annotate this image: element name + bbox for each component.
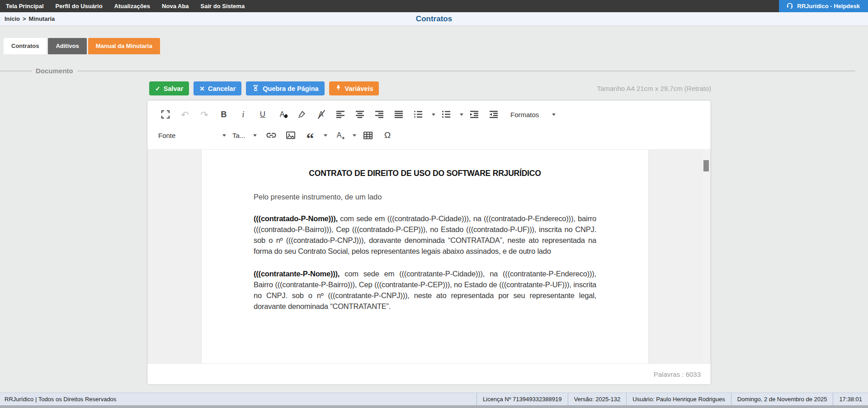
formats-dropdown[interactable]: Formatos (510, 111, 556, 119)
top-navbar: Tela Principal Perfil do Usuário Atualiz… (0, 0, 868, 12)
check-icon: ✓ (155, 85, 160, 92)
fullscreen-icon[interactable] (158, 107, 173, 122)
align-center-icon[interactable] (353, 107, 367, 122)
editor-actions-row: ✓ Salvar ✕ Cancelar Quebra de Página Var… (147, 81, 711, 95)
document-page[interactable]: CONTRATO DE DIREITO DE USO DO SOFTWARE R… (201, 150, 649, 363)
footer-user: Usuário: Paulo Henrique Rodrigues (626, 393, 731, 405)
font-size-dropdown[interactable]: Ta... (232, 132, 257, 139)
numbered-list-icon[interactable] (411, 107, 425, 122)
nav-item-atualizacoes[interactable]: Atualizações (108, 0, 156, 12)
formats-caret-icon (552, 114, 556, 118)
align-left-icon[interactable] (333, 107, 348, 122)
align-justify-icon[interactable] (392, 107, 406, 122)
font-size-caret-icon (253, 134, 257, 138)
breadcrumb-home[interactable]: Início (5, 15, 20, 22)
legend-line (77, 71, 856, 71)
blockquote-caret-icon[interactable] (324, 134, 327, 138)
headset-icon (786, 2, 793, 10)
contract-paragraph-contratado[interactable]: (((contratado-P-Nome))), com sede em (((… (254, 213, 596, 256)
cancel-button[interactable]: ✕ Cancelar (193, 81, 241, 95)
italic-icon[interactable]: i (236, 107, 250, 122)
save-button-label: Salvar (164, 85, 184, 92)
outdent-icon[interactable] (486, 107, 501, 122)
variable-lead-contratado: (((contratado-P-Nome))), (254, 214, 338, 223)
tab-aditivos[interactable]: Aditivos (48, 38, 86, 54)
table-icon[interactable] (361, 128, 375, 143)
font-family-dropdown[interactable]: Fonte (158, 132, 226, 139)
formats-dropdown-label: Formatos (510, 111, 539, 119)
variables-button[interactable]: Variáveis (329, 81, 379, 95)
font-family-label: Fonte (158, 132, 175, 139)
main-area: Contratos Aditivos Manual da Minutaria D… (0, 26, 868, 393)
star-icon: ★ (341, 136, 345, 140)
editor-scrollbar[interactable] (703, 150, 710, 363)
breadcrumb-current[interactable]: Minutaria (29, 15, 55, 22)
special-style-caret-icon[interactable] (353, 134, 356, 138)
contract-document: CONTRATO DE DIREITO DE USO DO SOFTWARE R… (254, 150, 596, 312)
nav-item-sair-do-sistema[interactable]: Sair do Sistema (195, 0, 251, 12)
helpdesk-button[interactable]: RRJurídico - Helpdesk (779, 0, 868, 12)
image-icon[interactable] (283, 128, 298, 143)
contract-intro[interactable]: Pelo presente instrumento, de um lado (254, 193, 596, 201)
cancel-button-label: Cancelar (208, 85, 236, 92)
legend-line (0, 71, 32, 71)
font-size-label: Ta... (232, 132, 245, 139)
clear-formatting-icon[interactable]: A (314, 107, 328, 122)
pin-icon (335, 84, 342, 93)
editor-column: ✓ Salvar ✕ Cancelar Quebra de Página Var… (147, 81, 711, 385)
footer-bar: RRJurídico | Todos os Direitos Reservado… (0, 393, 868, 405)
bold-icon[interactable]: B (217, 107, 231, 122)
special-character-icon[interactable]: Ω (380, 128, 395, 143)
word-count: Palavras : 6033 (654, 370, 701, 378)
numbered-list-caret-icon[interactable] (432, 114, 435, 118)
bottom-edge-strip (0, 405, 868, 408)
text-color-icon[interactable]: A (275, 107, 289, 122)
link-icon[interactable] (264, 128, 278, 143)
toolbar-row-2: Fonte Ta... “ A (158, 125, 700, 146)
page-break-button-label: Quebra de Página (263, 85, 318, 92)
nav-item-tela-principal[interactable]: Tela Principal (0, 0, 50, 12)
nav-item-perfil-usuario[interactable]: Perfil do Usuário (50, 0, 108, 12)
undo-icon[interactable]: ↶ (178, 107, 192, 122)
align-right-icon[interactable] (372, 107, 387, 122)
indent-icon[interactable] (467, 107, 481, 122)
bullet-list-caret-icon[interactable] (460, 114, 463, 118)
special-style-icon[interactable]: A★ (332, 128, 346, 143)
page-break-button[interactable]: Quebra de Página (246, 81, 324, 95)
helpdesk-label: RRJurídico - Helpdesk (797, 3, 860, 9)
section-legend-label: Documento (36, 67, 73, 75)
variables-button-label: Variáveis (345, 85, 373, 92)
tab-contratos[interactable]: Contratos (4, 38, 47, 54)
footer-info-cells: Licença Nº 713949332388919 Versão: 2025-… (476, 393, 868, 405)
bullet-list-icon[interactable] (439, 107, 453, 122)
page-size-info: Tamanho A4 21cm x 29,7cm (Retrato) (597, 85, 711, 92)
page-break-icon (252, 84, 259, 93)
underline-icon[interactable]: U (255, 107, 270, 122)
breadcrumb-bar: Início > Minutaria Contratos (0, 12, 868, 26)
blockquote-icon[interactable]: “ (303, 131, 317, 146)
footer-date: Domingo, 2 de Novembro de 2025 (731, 393, 833, 405)
contract-paragraph-contratante[interactable]: (((contratante-P-Nome))), com sede em ((… (254, 268, 596, 312)
scrollbar-thumb[interactable] (703, 160, 709, 171)
tab-manual-da-minutaria[interactable]: Manual da Minutaria (88, 38, 160, 54)
footer-time: 17:38:01 (833, 393, 868, 405)
tab-bar: Contratos Aditivos Manual da Minutaria (0, 26, 868, 54)
footer-license: Licença Nº 713949332388919 (476, 393, 568, 405)
font-family-caret-icon (222, 134, 226, 138)
nav-item-nova-aba[interactable]: Nova Aba (156, 0, 194, 12)
editor-statusbar: Palavras : 6033 (147, 363, 711, 384)
breadcrumb-separator: > (23, 15, 26, 22)
contract-title[interactable]: CONTRATO DE DIREITO DE USO DO SOFTWARE R… (254, 169, 596, 178)
highlighter-icon[interactable] (294, 107, 309, 122)
page-title: Contratos (0, 14, 868, 24)
editor-toolbar: ↶ ↷ B i U A A (147, 100, 711, 149)
save-button[interactable]: ✓ Salvar (149, 81, 189, 95)
special-style-letter: A (337, 131, 342, 139)
editor-content-area: CONTRATO DE DIREITO DE USO DO SOFTWARE R… (147, 149, 711, 363)
documento-section-legend: Documento (0, 67, 868, 75)
footer-version: Versão: 2025-132 (568, 393, 627, 405)
redo-icon[interactable]: ↷ (197, 107, 212, 122)
footer-copyright: RRJurídico | Todos os Direitos Reservado… (0, 393, 116, 405)
toolbar-row-1: ↶ ↷ B i U A A (158, 104, 700, 125)
close-icon: ✕ (199, 85, 205, 92)
